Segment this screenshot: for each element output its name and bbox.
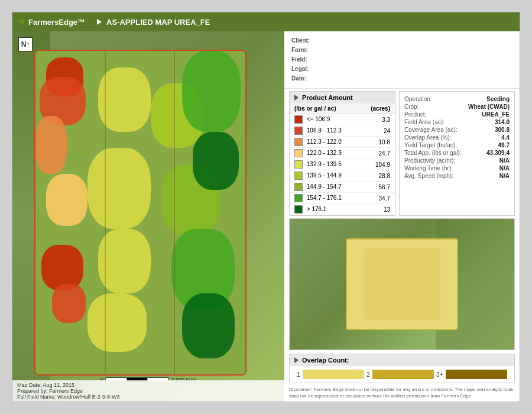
crop-label: Crop: bbox=[404, 104, 419, 110]
avg-speed-label: Avg. Speed (mph): bbox=[404, 173, 453, 179]
legend-row: <= 106.9 3.3 bbox=[290, 114, 395, 125]
field-boundary bbox=[34, 50, 246, 376]
legend-acres-cell: 56.7 bbox=[359, 182, 395, 193]
header: 🌿 FarmersEdge™ AS-APPLIED MAP UREA_FE bbox=[12, 12, 520, 31]
legend-row: 112.3 - 122.0 10.8 bbox=[290, 137, 395, 148]
overlap-area-value: 4.4 bbox=[501, 134, 510, 141]
legend-range-text: 132.9 - 139.5 bbox=[307, 161, 342, 167]
legend-range-cell: 139.5 - 144.9 bbox=[290, 170, 359, 182]
legend-range-text: > 176.1 bbox=[307, 206, 327, 212]
mini-map-field bbox=[346, 238, 458, 330]
legal-label: Legal: bbox=[291, 64, 312, 74]
working-time-value: N/A bbox=[499, 165, 510, 172]
field-area-label: Field Area (ac): bbox=[404, 119, 445, 125]
legend-range-cell: 144.9 - 154.7 bbox=[290, 182, 359, 193]
content-area: N↑ bbox=[12, 31, 520, 402]
overlap-header: Overlap Count: bbox=[290, 354, 514, 366]
coverage-area-label: Coverage Area (ac): bbox=[404, 127, 458, 133]
legend-range-text: 122.0 - 132.9 bbox=[307, 150, 342, 156]
legend-row: 154.7 - 176.1 34.7 bbox=[290, 193, 395, 204]
legend-expand-icon bbox=[294, 95, 299, 101]
legend-range-cell: 106.9 - 112.3 bbox=[290, 125, 359, 137]
legend-row: 106.9 - 112.3 24 bbox=[290, 125, 395, 137]
legend-range-text: 139.5 - 144.9 bbox=[307, 172, 342, 179]
legend-range-text: 106.9 - 112.3 bbox=[307, 127, 342, 134]
field-area-value: 314.0 bbox=[495, 119, 510, 125]
legend-acres-cell: 34.7 bbox=[359, 193, 395, 204]
legend-range-cell: > 176.1 bbox=[290, 204, 359, 215]
logo-text: FarmersEdge™ bbox=[28, 18, 85, 27]
map-title: AS-APPLIED MAP UREA_FE bbox=[106, 18, 210, 27]
legend-row: 132.9 - 139.5 104.9 bbox=[290, 159, 395, 170]
client-info: Client: Farm: Field: Legal: Date: bbox=[284, 31, 520, 89]
operation-value: Seeding bbox=[486, 96, 510, 102]
overlap-scale: 1 2 3+ bbox=[290, 366, 514, 383]
legend-title: Product Amount bbox=[302, 94, 353, 101]
disclaimer: Disclaimer: Farmers Edge shall not be re… bbox=[284, 386, 520, 402]
legend-color-swatch bbox=[294, 205, 303, 214]
operation-info: Operation: Seeding Crop: Wheat (CWAD) Pr… bbox=[399, 91, 515, 216]
overlap-bar-1 bbox=[303, 370, 364, 379]
operation-label: Operation: bbox=[404, 96, 432, 102]
legend-color-swatch bbox=[294, 149, 303, 157]
legend-row: 122.0 - 132.9 24.7 bbox=[290, 148, 395, 159]
disclaimer-text: Disclaimer: Farmers Edge shall not be re… bbox=[289, 387, 514, 398]
legend-row: 144.9 - 154.7 56.7 bbox=[290, 182, 395, 193]
coverage-area-value: 300.8 bbox=[495, 127, 510, 133]
map-date: Map Date: Aug 11, 2015 bbox=[17, 382, 280, 388]
yield-target-label: Yield Target (bu/ac): bbox=[404, 142, 457, 148]
legend-color-swatch bbox=[294, 172, 303, 180]
overlap-label-1: 1 bbox=[297, 371, 300, 378]
farm-label: Farm: bbox=[291, 46, 312, 55]
legend-range-cell: 154.7 - 176.1 bbox=[290, 193, 359, 204]
main-container: 🌿 FarmersEdge™ AS-APPLIED MAP UREA_FE N↑ bbox=[12, 12, 520, 402]
productivity-label: Productivity (ac/hr): bbox=[404, 157, 455, 164]
legend-acres-cell: 28.8 bbox=[359, 170, 395, 182]
legend-table: (lbs or gal / ac) (acres) <= 106.9 3.3 1… bbox=[290, 104, 395, 215]
legend-range-cell: 132.9 - 139.5 bbox=[290, 159, 359, 170]
legend-header[interactable]: Product Amount bbox=[290, 92, 395, 104]
header-title: AS-APPLIED MAP UREA_FE bbox=[97, 18, 210, 27]
avg-speed-value: N/A bbox=[499, 173, 510, 179]
legend-acres-cell: 24.7 bbox=[359, 148, 395, 159]
field-label: Field: bbox=[291, 55, 312, 64]
field-patches bbox=[35, 51, 245, 374]
mini-map bbox=[289, 218, 515, 350]
overlap-bar-2 bbox=[372, 370, 434, 379]
legend-acres-cell: 10.8 bbox=[359, 137, 395, 148]
map-prepared: Prepared by: Farmers Edge bbox=[17, 388, 280, 394]
legend-color-swatch bbox=[294, 160, 303, 169]
map-footer: Map Date: Aug 11, 2015 Prepared by: Farm… bbox=[12, 380, 284, 402]
legend-range-text: 154.7 - 176.1 bbox=[307, 195, 342, 201]
yield-target-value: 49.7 bbox=[498, 142, 510, 148]
expand-icon[interactable] bbox=[97, 19, 102, 25]
working-time-label: Working Time (hr): bbox=[404, 165, 453, 172]
legend-color-swatch bbox=[294, 127, 303, 135]
overlap-area-label: Overlap Area (%): bbox=[404, 134, 451, 141]
total-app-value: 43,309.4 bbox=[486, 150, 510, 156]
legend-range-text: <= 106.9 bbox=[307, 116, 330, 122]
total-app-label: Total App. (lbs or gal): bbox=[404, 150, 462, 156]
legend-range-cell: 122.0 - 132.9 bbox=[290, 148, 359, 159]
legend-row: > 176.1 13 bbox=[290, 204, 395, 215]
date-label: Date: bbox=[291, 74, 312, 83]
left-panel: N↑ bbox=[12, 31, 284, 402]
legend-acres-cell: 3.3 bbox=[359, 114, 395, 125]
legend-range-cell: <= 106.9 bbox=[290, 114, 359, 125]
client-label: Client: bbox=[291, 36, 312, 46]
legend-range-text: 144.9 - 154.7 bbox=[307, 183, 342, 190]
legend-range-text: 112.3 - 122.0 bbox=[307, 138, 342, 145]
legend-color-swatch bbox=[294, 194, 303, 202]
overlap-expand-icon bbox=[294, 357, 299, 363]
product-value: UREA_FE bbox=[482, 111, 510, 118]
legend-col2-header: (acres) bbox=[359, 104, 395, 114]
overlap-bar-3 bbox=[446, 370, 507, 379]
overlap-label-3: 3+ bbox=[436, 371, 443, 378]
productivity-value: N/A bbox=[499, 157, 510, 164]
legend-acres-cell: 24 bbox=[359, 125, 395, 137]
overlap-title: Overlap Count: bbox=[302, 357, 349, 364]
legend-acres-cell: 104.9 bbox=[359, 159, 395, 170]
overlap-section: Overlap Count: 1 2 3+ bbox=[289, 354, 515, 383]
product-label: Product: bbox=[404, 111, 426, 118]
legend-color-swatch bbox=[294, 115, 303, 124]
